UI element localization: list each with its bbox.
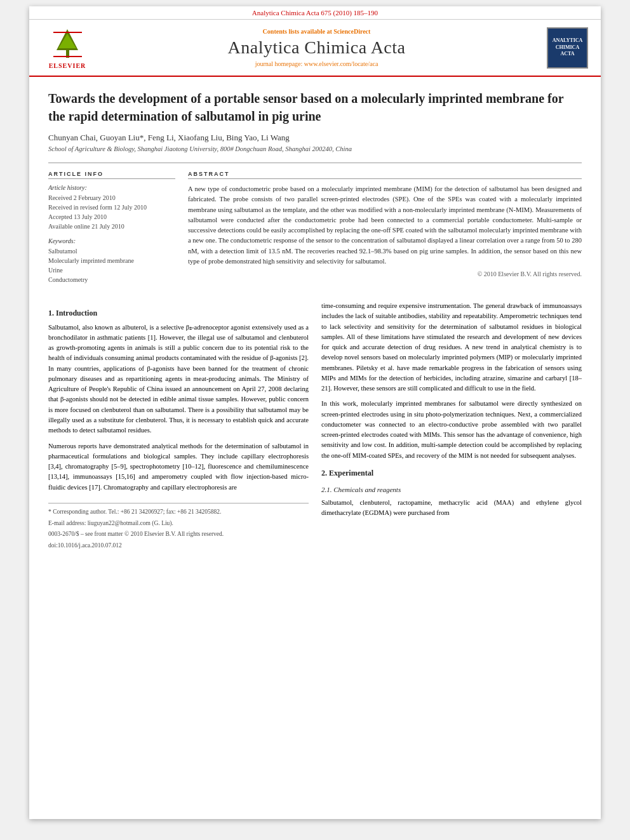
sciencedirect-line: Contents lists available at ScienceDirec… — [93, 28, 540, 35]
article-info-col: ARTICLE INFO Article history: Received 2… — [48, 171, 175, 291]
journal-title-block: Contents lists available at ScienceDirec… — [93, 28, 540, 67]
right-para2: In this work, molecularly imprinted memb… — [321, 399, 582, 461]
page: Analytica Chimica Acta 675 (2010) 185–19… — [29, 6, 601, 819]
received-revised-date: Received in revised form 12 July 2010 — [48, 203, 175, 212]
abstract-label: ABSTRACT — [188, 171, 582, 179]
sciencedirect-name: ScienceDirect — [333, 28, 370, 35]
right-para1: time-consuming and require expensive ins… — [321, 301, 582, 394]
homepage-label: journal homepage: — [255, 60, 303, 67]
aca-logo: ANALYTICA CHIMICA ACTA — [547, 27, 588, 69]
intro-heading: 1. Introduction — [48, 307, 309, 319]
elsevier-brand-text: ELSEVIER — [49, 62, 86, 69]
journal-homepage: journal homepage: www.elsevier.com/locat… — [93, 60, 540, 67]
article-content: Towards the development of a portable se… — [29, 77, 601, 565]
article-info-label: ARTICLE INFO — [48, 171, 175, 179]
article-title: Towards the development of a portable se… — [48, 90, 582, 125]
elsevier-tree-icon — [50, 26, 85, 61]
elsevier-logo: ELSEVIER — [42, 26, 93, 69]
keywords-label: Keywords: — [48, 237, 175, 244]
journal-reference-bar: Analytica Chimica Acta 675 (2010) 185–19… — [29, 6, 601, 20]
abstract-text: A new type of conductometric probe based… — [188, 184, 582, 267]
section2-heading: 2. Experimental — [321, 467, 582, 479]
intro-para1: Salbutamol, also known as albuterol, is … — [48, 323, 309, 436]
footnote-issn: 0003-2670/$ – see front matter © 2010 El… — [48, 530, 309, 539]
contents-label: Contents lists available at — [263, 28, 332, 35]
aca-logo-text: ANALYTICA CHIMICA ACTA — [551, 37, 584, 57]
abstract-col: ABSTRACT A new type of conductometric pr… — [188, 171, 582, 291]
footnote-doi: doi:10.1016/j.aca.2010.07.012 — [48, 541, 309, 550]
authors: Chunyan Chai, Guoyan Liu*, Feng Li, Xiao… — [48, 133, 290, 142]
authors-line: Chunyan Chai, Guoyan Liu*, Feng Li, Xiao… — [48, 133, 582, 143]
article-history: Article history: Received 2 February 201… — [48, 184, 175, 231]
accepted-date: Accepted 13 July 2010 — [48, 212, 175, 222]
journal-header: ELSEVIER Contents lists available at Sci… — [29, 20, 601, 77]
keyword-4: Conductometry — [48, 275, 175, 284]
right-para3: Salbutamol, clenbuterol, ractopamine, me… — [321, 498, 582, 519]
homepage-url: www.elsevier.com/locate/aca — [304, 60, 379, 67]
received-date: Received 2 February 2010 — [48, 193, 175, 203]
keyword-1: Salbutamol — [48, 246, 175, 256]
journal-name: Analytica Chimica Acta — [93, 37, 540, 58]
journal-reference: Analytica Chimica Acta 675 (2010) 185–19… — [252, 9, 378, 17]
affiliation: School of Agriculture & Biology, Shangha… — [48, 145, 582, 152]
keyword-3: Urine — [48, 265, 175, 275]
body-content: 1. Introduction Salbutamol, also known a… — [48, 301, 582, 552]
keywords-section: Keywords: Salbutamol Molecularly imprint… — [48, 237, 175, 284]
intro-para2: Numerous reports have demonstrated analy… — [48, 441, 309, 493]
available-online-date: Available online 21 July 2010 — [48, 222, 175, 231]
body-right-col: time-consuming and require expensive ins… — [321, 301, 582, 552]
body-left-col: 1. Introduction Salbutamol, also known a… — [48, 301, 309, 552]
keyword-2: Molecularly imprinted membrane — [48, 256, 175, 265]
footnotes: * Corresponding author. Tel.: +86 21 342… — [48, 503, 309, 550]
aca-logo-container: ANALYTICA CHIMICA ACTA — [540, 27, 588, 69]
article-history-label: Article history: — [48, 184, 175, 191]
article-info-abstract: ARTICLE INFO Article history: Received 2… — [48, 163, 582, 291]
footnote-email: E-mail address: liuguyan22@hotmail.com (… — [48, 519, 309, 528]
footnote-corresponding: * Corresponding author. Tel.: +86 21 342… — [48, 507, 309, 517]
subsection2-1: 2.1. Chemicals and reagents — [321, 484, 582, 495]
copyright: © 2010 Elsevier B.V. All rights reserved… — [188, 270, 582, 277]
